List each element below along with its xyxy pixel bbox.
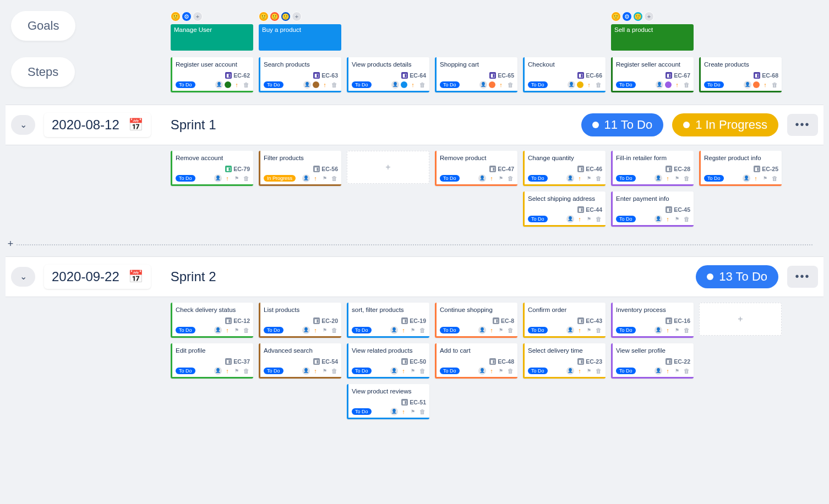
- flag-icon[interactable]: ⚑: [321, 326, 329, 334]
- delete-icon[interactable]: 🗑: [418, 81, 426, 89]
- avatar-face1-icon[interactable]: 🙂: [171, 12, 181, 21]
- flag-icon[interactable]: ⚑: [497, 367, 505, 375]
- delete-icon[interactable]: 🗑: [506, 81, 514, 89]
- sprint-date-picker[interactable]: 2020-08-12📅: [44, 113, 151, 137]
- story-card[interactable]: Create products◧EC-68To Do👤↑🗑: [699, 57, 782, 92]
- assignee-icon[interactable]: 👤: [302, 326, 310, 334]
- assignee-icon[interactable]: 👤: [566, 215, 574, 223]
- flag-icon[interactable]: ⚑: [585, 174, 593, 182]
- add-sprint-button[interactable]: +: [4, 238, 17, 250]
- delete-icon[interactable]: 🗑: [506, 326, 514, 334]
- status-pill[interactable]: To Do: [528, 175, 548, 182]
- status-count-pill[interactable]: 13 To Do: [696, 265, 778, 288]
- story-card[interactable]: Select shipping address◧EC-44To Do👤↑⚑🗑: [523, 191, 606, 227]
- status-pill[interactable]: To Do: [616, 175, 636, 182]
- avatar-add-icon[interactable]: +: [193, 12, 203, 21]
- status-count-pill[interactable]: 11 To Do: [581, 113, 664, 136]
- assignee-icon[interactable]: 👤: [655, 326, 662, 334]
- collapse-toggle[interactable]: ⌄: [11, 267, 35, 287]
- avatar-face4-icon[interactable]: 🙂: [633, 12, 643, 21]
- flag-icon[interactable]: ⚑: [497, 174, 505, 182]
- story-card[interactable]: View products details◧EC-64To Do👤↑🗑: [347, 57, 429, 92]
- status-pill[interactable]: To Do: [352, 368, 372, 374]
- delete-icon[interactable]: 🗑: [242, 326, 250, 334]
- delete-icon[interactable]: 🗑: [595, 215, 602, 223]
- avatar-face1-icon[interactable]: 🙂: [259, 12, 269, 21]
- assignee-icon[interactable]: 👤: [655, 367, 662, 375]
- delete-icon[interactable]: 🗑: [506, 174, 514, 182]
- assignee-icon[interactable]: 👤: [566, 326, 574, 334]
- delete-icon[interactable]: 🗑: [242, 81, 250, 89]
- assignee-icon[interactable]: 👤: [478, 326, 486, 334]
- status-pill[interactable]: To Do: [528, 81, 548, 88]
- delete-icon[interactable]: 🗑: [418, 326, 426, 334]
- delete-icon[interactable]: 🗑: [330, 326, 338, 334]
- status-pill[interactable]: To Do: [176, 368, 195, 374]
- assignee-icon[interactable]: 👤: [390, 408, 398, 415]
- flag-icon[interactable]: ⚑: [585, 326, 593, 334]
- delete-icon[interactable]: 🗑: [595, 81, 602, 89]
- avatar-gear-icon[interactable]: ⚙: [622, 12, 632, 21]
- assignee-icon[interactable]: 👤: [302, 174, 310, 182]
- story-card[interactable]: Check delivery status◧EC-12To Do👤↑⚑🗑: [171, 303, 253, 338]
- flag-icon[interactable]: ⚑: [673, 174, 681, 182]
- delete-icon[interactable]: 🗑: [683, 81, 690, 89]
- avatar-face1-icon[interactable]: 🙂: [611, 12, 621, 21]
- story-card[interactable]: Select delivery time◧EC-23To Do👤↑⚑🗑: [523, 343, 606, 379]
- flag-icon[interactable]: ⚑: [673, 326, 681, 334]
- assignee-icon[interactable]: 👤: [566, 367, 574, 375]
- assignee-icon[interactable]: 👤: [743, 174, 750, 182]
- story-card[interactable]: View related products◧EC-50To Do👤↑⚑🗑: [347, 343, 429, 379]
- assignee-icon[interactable]: 👤: [478, 367, 486, 375]
- story-card[interactable]: Enter payment info◧EC-45To Do👤↑⚑🗑: [611, 191, 694, 227]
- flag-icon[interactable]: ⚑: [321, 174, 329, 182]
- delete-icon[interactable]: 🗑: [683, 174, 690, 182]
- flag-icon[interactable]: ⚑: [673, 215, 681, 223]
- status-pill[interactable]: To Do: [616, 368, 636, 374]
- story-card[interactable]: Continue shopping◧EC-8To Do👤↑⚑🗑: [435, 303, 517, 338]
- add-card-placeholder[interactable]: +: [347, 151, 429, 184]
- story-card[interactable]: View seller profile◧EC-22To Do👤↑⚑🗑: [611, 343, 694, 379]
- assignee-icon[interactable]: 👤: [391, 81, 399, 89]
- assignee-icon[interactable]: 👤: [655, 174, 662, 182]
- collapse-toggle[interactable]: ⌄: [11, 115, 35, 135]
- assignee-icon[interactable]: 👤: [303, 81, 311, 89]
- status-pill[interactable]: To Do: [264, 327, 283, 333]
- delete-icon[interactable]: 🗑: [683, 367, 690, 375]
- story-card[interactable]: sort, filter products◧EC-19To Do👤↑⚑🗑: [347, 303, 429, 338]
- assignee-icon[interactable]: 👤: [655, 215, 662, 223]
- status-pill[interactable]: To Do: [352, 408, 372, 415]
- assignee-icon[interactable]: 👤: [656, 81, 663, 89]
- status-pill[interactable]: To Do: [528, 368, 548, 374]
- status-pill[interactable]: To Do: [440, 327, 460, 333]
- delete-icon[interactable]: 🗑: [330, 174, 338, 182]
- status-pill[interactable]: To Do: [440, 175, 460, 182]
- avatar-add-icon[interactable]: +: [644, 12, 654, 21]
- flag-icon[interactable]: ⚑: [409, 326, 417, 334]
- avatar-face2-icon[interactable]: 🙂: [270, 12, 280, 21]
- status-pill[interactable]: To Do: [704, 81, 724, 88]
- delete-icon[interactable]: 🗑: [683, 215, 690, 223]
- story-card[interactable]: Register user account◧EC-62To Do👤↑🗑: [171, 57, 253, 92]
- goal-card[interactable]: Buy a product: [259, 24, 341, 51]
- story-card[interactable]: Remove product◧EC-47To Do👤↑⚑🗑: [435, 151, 517, 186]
- flag-icon[interactable]: ⚑: [233, 326, 241, 334]
- more-menu-button[interactable]: •••: [787, 114, 818, 136]
- add-card-placeholder[interactable]: +: [699, 303, 782, 336]
- story-card[interactable]: Fill-in retailer form◧EC-28To Do👤↑⚑🗑: [611, 151, 694, 186]
- status-pill[interactable]: To Do: [176, 81, 195, 88]
- flag-icon[interactable]: ⚑: [409, 408, 417, 415]
- delete-icon[interactable]: 🗑: [771, 81, 778, 89]
- delete-icon[interactable]: 🗑: [771, 174, 778, 182]
- story-card[interactable]: Search products◧EC-63To Do👤↑🗑: [259, 57, 341, 92]
- story-card[interactable]: View product reviews◧EC-51To Do👤↑⚑🗑: [347, 384, 429, 419]
- flag-icon[interactable]: ⚑: [409, 367, 417, 375]
- status-pill[interactable]: To Do: [616, 327, 636, 333]
- flag-icon[interactable]: ⚑: [585, 367, 593, 375]
- delete-icon[interactable]: 🗑: [418, 367, 426, 375]
- status-pill[interactable]: To Do: [440, 81, 460, 88]
- sprint-date-picker[interactable]: 2020-09-22📅: [44, 265, 151, 289]
- story-card[interactable]: Shopping cart◧EC-65To Do👤↑🗑: [435, 57, 517, 92]
- flag-icon[interactable]: ⚑: [585, 215, 593, 223]
- status-pill[interactable]: To Do: [616, 81, 636, 88]
